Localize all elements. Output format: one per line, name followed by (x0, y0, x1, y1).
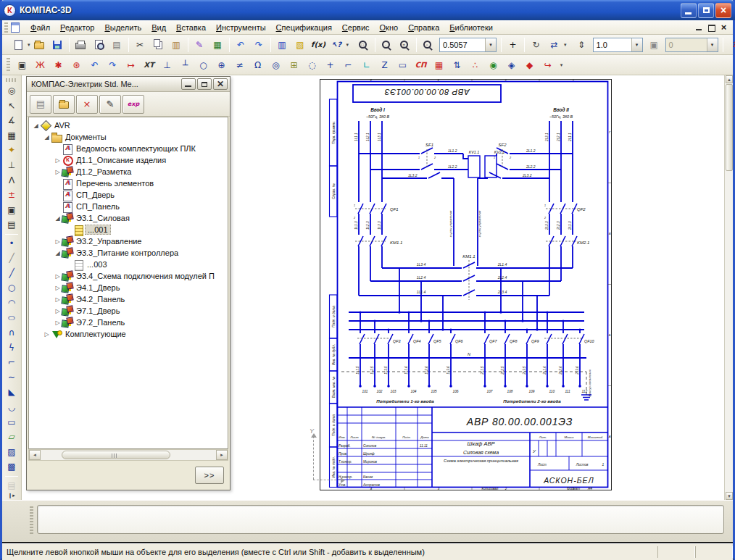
property-message-area[interactable] (37, 505, 724, 534)
exit-library[interactable]: ↪ (539, 57, 556, 73)
property-bar-grip[interactable] (30, 506, 33, 535)
fillet-tool[interactable]: ◡ (4, 400, 20, 415)
wire-corner[interactable]: ⌐ (340, 57, 357, 73)
tree-item[interactable]: ◢Документы (30, 131, 228, 143)
undo-operation[interactable]: ↶ (86, 57, 103, 73)
coil-symbol[interactable]: ◌ (304, 57, 320, 73)
menu-item-10[interactable]: Справка (403, 22, 444, 33)
dropdown-arrow[interactable]: ▾ (28, 36, 30, 53)
swap-lines[interactable]: ⇅ (449, 57, 465, 73)
report-button[interactable]: ▤ (30, 95, 51, 114)
panel-maximize-button[interactable] (197, 78, 212, 90)
shield-circle[interactable]: ○ (195, 57, 212, 73)
point-tool[interactable]: • (4, 236, 20, 251)
document-minimize-button[interactable] (693, 22, 705, 33)
winding-symbol[interactable]: ◎ (267, 57, 284, 73)
tree-item[interactable]: ◢Э3.1_Силовая (30, 212, 228, 224)
ellipse-tool[interactable]: ○ (4, 310, 20, 325)
specification-editor[interactable]: ▦ (209, 36, 226, 53)
menu-item-3[interactable]: Выделить (99, 22, 146, 33)
io-link[interactable]: ↦ (122, 57, 139, 73)
geometry-calc[interactable]: Λ (4, 172, 20, 188)
zoom-in-out[interactable]: ± (396, 36, 413, 53)
tree-expander[interactable]: ▷ (43, 331, 51, 338)
menu-item-5[interactable]: Вставка (171, 22, 211, 33)
menu-item-6[interactable]: Инструменты (211, 22, 271, 33)
redo-operation[interactable]: ↷ (104, 57, 121, 73)
tree-expander[interactable]: ▷ (54, 238, 62, 245)
rotate-view[interactable]: ↻ (528, 36, 544, 53)
close-button[interactable]: × (715, 3, 731, 18)
tree-expander[interactable]: ▷ (54, 296, 62, 303)
tree-item[interactable]: Ведомость комплектующих ПЛК (30, 143, 228, 154)
tree-expander[interactable]: ◢ (43, 134, 51, 141)
measure-tool[interactable]: ∡ (4, 113, 20, 128)
terminal-xt[interactable]: XT (141, 57, 157, 73)
tree-expander[interactable]: ◢ (54, 215, 62, 222)
panel-close-button[interactable]: ✕ (213, 78, 228, 90)
zoom-fit[interactable]: ▫ (420, 36, 436, 53)
tree-item[interactable]: ▷Э3.4_Схема подключения модулей П (30, 270, 228, 282)
layer-combo[interactable]: 0▾ (665, 38, 718, 52)
parametrization[interactable]: ✦ (4, 143, 20, 158)
tree-item[interactable]: ◢Э3.3_Питание контроллера (30, 247, 228, 259)
vscroll-thumb[interactable] (726, 84, 733, 171)
terminal-matrix[interactable]: ▦ (431, 57, 447, 73)
undo[interactable]: ↶ (233, 36, 249, 53)
copy-fragment[interactable]: ◈ (503, 57, 520, 73)
wire-corner-2[interactable]: ∟ (358, 57, 375, 73)
wire-z-bend[interactable]: Z (376, 57, 393, 73)
tree-expander[interactable]: ▷ (54, 285, 62, 291)
toolbar-overflow[interactable]: ▾ (564, 36, 567, 53)
redo[interactable]: ↷ (251, 36, 267, 53)
scroll-down-arrow[interactable]: ▼ (726, 492, 733, 500)
tree-expander[interactable]: ▷ (54, 157, 62, 164)
terminal-table[interactable]: ⊞ (286, 57, 302, 73)
kompas-help[interactable]: ? (726, 36, 735, 53)
schematic-setup[interactable]: ▣ (14, 57, 30, 73)
save-document[interactable] (49, 36, 66, 53)
edit-button[interactable]: ✎ (99, 95, 121, 114)
constraints[interactable]: ⊥ (4, 158, 20, 173)
tree-item[interactable]: ▷Э4.1_Дверь (30, 282, 228, 293)
menu-item-4[interactable]: Вид (146, 22, 171, 33)
project-tree[interactable]: ◢AVR◢ДокументыВедомость комплектующих ПЛ… (28, 117, 228, 449)
drawing-sheet[interactable]: 44332211ГВБА (320, 79, 612, 490)
menu-item-8[interactable]: Сервис (337, 22, 375, 33)
print-setup[interactable]: ▤ (109, 36, 125, 53)
selection-tool[interactable]: ↖ (4, 98, 20, 113)
layer-combo-arrow[interactable]: ▾ (707, 38, 718, 51)
scroll-left-arrow[interactable]: ◄ (29, 450, 41, 460)
spline-tool[interactable]: ϟ (4, 340, 20, 355)
tree-item[interactable]: ▷Э4.2_Панель (30, 293, 228, 305)
menu-item-7[interactable]: Спецификация (271, 22, 337, 33)
object-library[interactable]: ▧ (292, 36, 309, 53)
bezier-tool[interactable]: ~ (4, 370, 20, 385)
workspace-vscrollbar[interactable]: ▲ ▼ (724, 75, 733, 500)
aux-line-tool[interactable]: ╱ (4, 251, 20, 266)
add-device[interactable]: Ж (32, 57, 49, 73)
circle-tool[interactable]: ○ (4, 280, 20, 296)
document-close-button[interactable]: × (718, 22, 730, 33)
tree-item[interactable]: СП_Панель (30, 201, 228, 212)
pan[interactable]: + (504, 36, 521, 53)
panel-titlebar[interactable]: КОМПАС-Электрик Std. Me... ✕ (27, 77, 230, 92)
minimize-button[interactable] (681, 3, 697, 18)
contour-tool[interactable]: ∩ (4, 325, 20, 340)
paste[interactable]: ▥ (168, 36, 185, 53)
arc-tool[interactable]: ◠ (4, 296, 20, 311)
export-button[interactable]: exp (122, 95, 144, 114)
print[interactable] (72, 36, 89, 53)
menu-item-1[interactable]: Файл (25, 22, 55, 33)
titlebar[interactable]: КОМПАС-3D × (0, 0, 735, 20)
copy-object-tool[interactable]: ▱ (4, 430, 20, 445)
print-preview[interactable] (91, 36, 107, 53)
tree-item[interactable]: ...003 (30, 259, 228, 270)
current-step[interactable]: ⇕ (573, 36, 590, 53)
zoom-pointer[interactable]: · (378, 36, 395, 53)
drawing-workspace[interactable]: 44332211ГВБА (22, 75, 733, 500)
chamfer-tool[interactable]: ◣ (4, 385, 20, 400)
edit-operations[interactable]: ± (4, 188, 20, 203)
move-device[interactable]: ⊛ (68, 57, 85, 73)
segment-tool[interactable]: ╱ (4, 266, 20, 281)
